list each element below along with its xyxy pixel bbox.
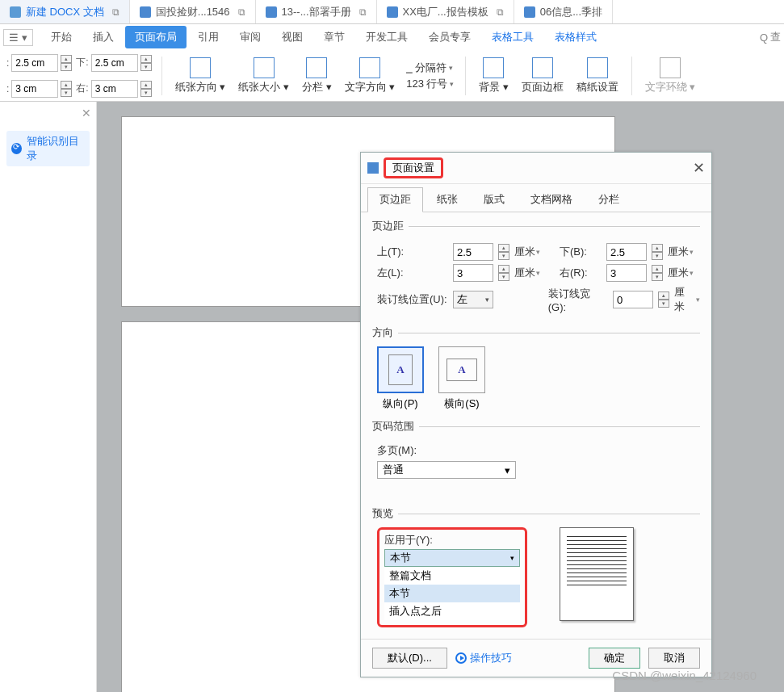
linenum-button[interactable]: 123 行号 ▾ <box>406 77 454 91</box>
page-icon <box>190 57 211 78</box>
spinner[interactable]: ▴▾ <box>498 244 509 260</box>
section-label-margin: 页边距 <box>372 219 700 233</box>
doc-tab[interactable]: 国投捡财...1546 ⧉ <box>130 0 256 23</box>
doc-tab[interactable]: 13--...部署手册 ⧉ <box>256 0 377 23</box>
smart-toc-button[interactable]: 智能识别目录 <box>6 131 90 166</box>
spinner[interactable]: ▴▾ <box>140 55 152 71</box>
duplicate-icon[interactable]: ⧉ <box>238 6 245 18</box>
portrait-label: 纵向(P) <box>383 396 417 411</box>
spinner[interactable]: ▴▾ <box>61 81 72 97</box>
ribbon-tab-chapter[interactable]: 章节 <box>314 26 354 48</box>
ribbon-tab-view[interactable]: 视图 <box>272 26 312 48</box>
ribbon-tab-pagelayout[interactable]: 页面布局 <box>125 26 187 48</box>
tab-label: 国投捡财...1546 <box>156 5 230 19</box>
grid-button[interactable]: 稿纸设置 <box>572 56 623 96</box>
page-direction-button[interactable]: 纸张方向 ▾ <box>170 56 231 96</box>
ribbon-tab-insert[interactable]: 插入 <box>83 26 124 48</box>
gutter-pos-select[interactable]: 左▾ <box>453 291 493 308</box>
page-setup-dialog: 页面设置 ✕ 页边距 纸张 版式 文档网格 分栏 页边距 上(T): ▴▾ 厘米… <box>360 152 712 677</box>
gutter-pos-label: 装订线位置(U): <box>377 292 448 307</box>
dialog-tab-paper[interactable]: 纸张 <box>425 187 470 212</box>
spinner[interactable]: ▴▾ <box>652 265 663 281</box>
section-label-orientation: 方向 <box>372 325 700 340</box>
left-input[interactable] <box>453 264 493 282</box>
margin-top-label: : <box>6 57 9 69</box>
unit-select[interactable]: 厘米▾ <box>668 266 694 280</box>
columns-button[interactable]: 分栏 ▾ <box>297 56 337 96</box>
dialog-footer: 默认(D)... 操作技巧 确定 取消 <box>361 639 711 677</box>
margin-right-input[interactable] <box>91 80 138 98</box>
gutter-w-label: 装订线宽(G): <box>548 287 608 313</box>
grid-icon <box>587 57 608 78</box>
ok-button[interactable]: 确定 <box>589 648 640 669</box>
dialog-tab-margin[interactable]: 页边距 <box>367 187 423 212</box>
border-icon <box>532 57 553 78</box>
tab-label: XX电厂...报告模板 <box>403 5 488 19</box>
margin-left-input[interactable] <box>11 80 58 98</box>
orientation-landscape[interactable]: A 横向(S) <box>438 346 485 411</box>
ribbon-tab-member[interactable]: 会员专享 <box>419 26 480 48</box>
dialog-tab-columns[interactable]: 分栏 <box>586 187 631 212</box>
search-button[interactable]: Q 查 <box>760 30 781 44</box>
margin-left-label: : <box>6 83 9 94</box>
dialog-titlebar[interactable]: 页面设置 ✕ <box>361 153 711 184</box>
section-label-preview: 预览 <box>372 506 700 521</box>
unit-select[interactable]: 厘米▾ <box>668 245 694 259</box>
spinner[interactable]: ▴▾ <box>498 265 509 281</box>
tab-label: 06信息...季排 <box>540 5 602 19</box>
gutter-w-input[interactable] <box>613 291 653 308</box>
close-icon[interactable]: ✕ <box>693 159 705 177</box>
separator-button[interactable]: ⎯ 分隔符 ▾ <box>406 61 454 75</box>
ribbon-tab-reference[interactable]: 引用 <box>188 26 228 48</box>
margin-bottom-input[interactable] <box>91 54 138 72</box>
preview-thumbnail <box>560 527 634 621</box>
bottom-label: 下(B): <box>560 245 602 259</box>
ribbon-tab-tabletools[interactable]: 表格工具 <box>482 26 543 48</box>
multipage-select[interactable]: 普通▾ <box>377 461 516 479</box>
apply-option-wholedoc[interactable]: 整篇文档 <box>384 567 520 585</box>
top-input[interactable] <box>453 243 493 261</box>
close-icon[interactable]: ✕ <box>82 107 91 120</box>
duplicate-icon[interactable]: ⧉ <box>359 6 367 18</box>
default-button[interactable]: 默认(D)... <box>372 648 447 669</box>
apply-option-afterpoint[interactable]: 插入点之后 <box>384 602 520 620</box>
tips-link[interactable]: 操作技巧 <box>455 651 512 665</box>
spinner[interactable]: ▴▾ <box>658 291 669 308</box>
background-button[interactable]: 背景 ▾ <box>474 56 514 96</box>
spinner[interactable]: ▴▾ <box>61 55 72 71</box>
ribbon-tab-start[interactable]: 开始 <box>41 26 82 48</box>
doc-tab[interactable]: 新建 DOCX 文档 ⧉ <box>0 0 130 23</box>
cancel-button[interactable]: 取消 <box>648 648 700 669</box>
doc-tab[interactable]: XX电厂...报告模板 ⧉ <box>377 0 514 23</box>
ribbon-tab-tablestyle[interactable]: 表格样式 <box>545 26 606 48</box>
margin-inputs: : ▴▾ 下: ▴▾ : ▴▾ 右: ▴▾ <box>6 52 153 100</box>
bottom-input[interactable] <box>606 243 647 261</box>
margin-top-input[interactable] <box>11 54 58 72</box>
docx-icon <box>10 6 21 18</box>
text-direction-button[interactable]: 文字方向 ▾ <box>340 56 400 96</box>
dialog-tab-grid[interactable]: 文档网格 <box>518 187 585 212</box>
dialog-tab-layout[interactable]: 版式 <box>472 187 517 212</box>
unit-select[interactable]: 厘米▾ <box>514 245 540 259</box>
duplicate-icon[interactable]: ⧉ <box>497 6 504 18</box>
spinner[interactable]: ▴▾ <box>140 81 152 97</box>
unit-select[interactable]: 厘米▾ <box>674 285 700 314</box>
duplicate-icon[interactable]: ⧉ <box>112 6 119 18</box>
ribbon-content: : ▴▾ 下: ▴▾ : ▴▾ 右: ▴▾ 纸张方向 ▾ 纸张大小 ▾ 分栏 ▾… <box>0 50 784 102</box>
orientation-portrait[interactable]: A 纵向(P) <box>377 346 424 411</box>
page-size-button[interactable]: 纸张大小 ▾ <box>233 56 294 96</box>
apply-to-combo[interactable]: 本节▾ <box>384 549 520 567</box>
unit-select[interactable]: 厘米▾ <box>514 266 540 280</box>
doc-tab[interactable]: 06信息...季排 <box>514 0 613 23</box>
landscape-label: 横向(S) <box>444 396 479 411</box>
apply-option-section[interactable]: 本节 <box>384 585 520 602</box>
right-input[interactable] <box>606 264 647 282</box>
spinner[interactable]: ▴▾ <box>652 244 663 260</box>
apply-to-label: 应用于(Y): <box>384 531 520 549</box>
ribbon-tab-devtools[interactable]: 开发工具 <box>356 26 417 48</box>
smart-toc-label: 智能识别目录 <box>27 134 85 163</box>
border-button[interactable]: 页面边框 <box>517 56 568 96</box>
separator-linenum-group: ⎯ 分隔符 ▾ 123 行号 ▾ <box>403 59 457 93</box>
ribbon-tab-review[interactable]: 审阅 <box>230 26 270 48</box>
file-dropdown[interactable]: ☰ ▾ <box>3 29 33 46</box>
